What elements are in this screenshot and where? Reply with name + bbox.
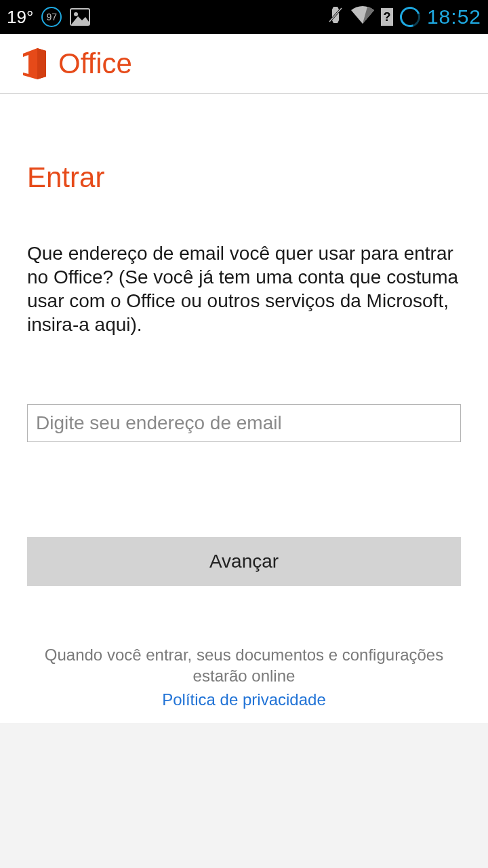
office-logo-icon: [19, 47, 49, 81]
svg-point-1: [74, 12, 78, 16]
signin-content: Entrar Que endereço de email você quer u…: [0, 94, 488, 723]
app-header: Office: [0, 34, 488, 94]
app-title: Office: [58, 47, 132, 80]
wifi-icon: [351, 6, 374, 28]
clock-text: 18:52: [427, 5, 481, 28]
status-left-group: 19° 97: [7, 7, 90, 28]
battery-circle-icon: 97: [41, 7, 62, 27]
bottom-panel: [0, 723, 488, 868]
temperature-indicator: 19°: [7, 7, 33, 28]
sim-unknown-icon: [381, 8, 393, 26]
footer-info-text: Quando você entrar, seus documentos e co…: [33, 644, 455, 686]
status-bar: 19° 97 18:52: [0, 0, 488, 34]
privacy-policy-link[interactable]: Política de privacidade: [162, 690, 325, 709]
vibrate-mute-icon: [327, 5, 344, 28]
advance-button[interactable]: Avançar: [27, 537, 461, 586]
loading-ring-icon: [396, 3, 424, 31]
page-title: Entrar: [27, 94, 461, 194]
signin-instructions: Que endereço de email você quer usar par…: [27, 194, 461, 336]
signin-footer: Quando você entrar, seus documentos e co…: [0, 644, 488, 709]
status-right-group: 18:52: [327, 5, 481, 28]
email-field[interactable]: [27, 404, 461, 442]
picture-icon: [70, 8, 90, 26]
